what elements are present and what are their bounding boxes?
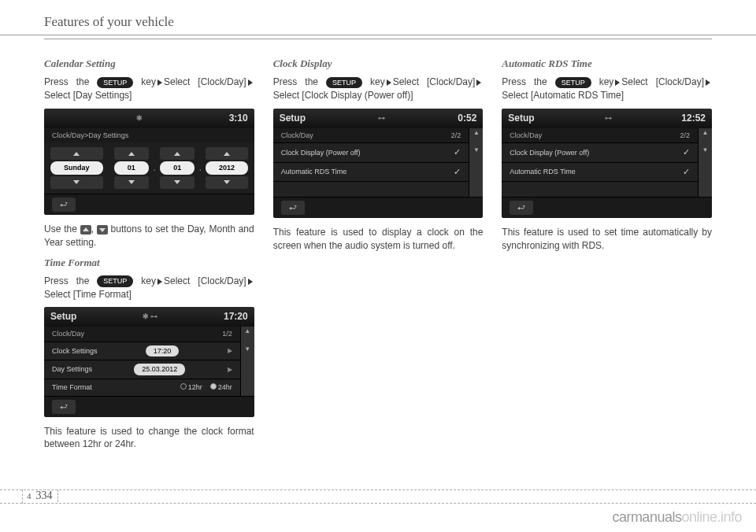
m-up-button[interactable]: [160, 147, 195, 160]
row-label: Clock Settings: [52, 346, 98, 357]
arrow-right-icon: [248, 79, 253, 86]
scr-footer: ⮐: [44, 396, 254, 417]
d-down-button[interactable]: [114, 176, 149, 189]
radio-12hr[interactable]: 12hr: [180, 382, 202, 393]
scr-breadcrumb: Clock/Day>Day Settings: [44, 128, 254, 143]
y-down-button[interactable]: [206, 176, 247, 189]
auto-rds-row[interactable]: Automatic RDS Time ✓: [273, 162, 469, 181]
y-up-button[interactable]: [206, 147, 247, 160]
scr-time: 0:52: [458, 112, 476, 125]
clock-display-row[interactable]: Clock Display (Power off) ✓: [502, 142, 698, 161]
check-icon: ✓: [683, 146, 690, 158]
calendar-after-text: Use the , buttons to set the Day, Month …: [44, 223, 254, 249]
time-format-after-text: This feature is used to change the clock…: [44, 425, 254, 452]
scroll-buttons[interactable]: ▲▼: [469, 128, 483, 197]
time-format-screenshot: Setup ✱ ⊶ 17:20 Clock/Day1/2 Clock Setti…: [44, 307, 254, 416]
txt: Select [Automatic RDS Time]: [502, 90, 624, 101]
radio-label: 24hr: [218, 383, 232, 391]
arrow-right-icon: [248, 279, 253, 285]
dot: .: [199, 161, 202, 175]
d-up-button[interactable]: [114, 147, 149, 160]
wm-a: carmanuals: [612, 509, 681, 525]
scr-sub: Clock/Day2/2: [273, 128, 469, 143]
scr-header: ✱ 3:10: [44, 109, 254, 128]
txt: Press the: [44, 76, 97, 87]
txt: Select [Time Format]: [44, 289, 132, 300]
page-header: Features of your vehicle: [0, 0, 756, 35]
row-label: Automatic RDS Time: [281, 167, 347, 177]
time-format-row[interactable]: Time Format 12hr 24hr: [44, 379, 240, 396]
empty-row: [273, 181, 469, 197]
arrow-right-icon: [158, 279, 162, 285]
txt: Press the: [44, 275, 97, 286]
txt: key: [141, 275, 156, 286]
back-button[interactable]: ⮐: [510, 201, 533, 215]
txt: Select [Day Settings]: [44, 90, 132, 101]
scr-footer: ⮐: [273, 197, 484, 218]
arrow-right-icon: [158, 79, 162, 86]
content-columns: Calendar Setting Press the SETUP keySele…: [0, 39, 756, 457]
arrow-right-icon: [706, 79, 710, 86]
down-arrow-icon: [97, 225, 108, 235]
auto-rds-text: Press the SETUP keySelect [Clock/Day]Sel…: [502, 76, 712, 102]
radio-24hr[interactable]: 24hr: [210, 382, 232, 393]
scr-sub: Clock/Day2/2: [502, 128, 698, 143]
row-label: Clock Display (Power off): [281, 148, 361, 158]
auto-rds-screenshot: Setup ⊶ 12:52 Clock/Day2/2 Clock Display…: [502, 109, 712, 218]
row-label: Automatic RDS Time: [510, 167, 576, 177]
scr-footer: ⮐: [502, 197, 712, 218]
scroll-buttons[interactable]: ▲▼: [698, 128, 712, 197]
check-icon: ✓: [454, 166, 461, 178]
page-num: 334: [36, 490, 53, 502]
day-settings-row[interactable]: Day Settings 25.03.2012 ▶: [44, 360, 240, 379]
scr-header: Setup ⊶ 0:52: [273, 109, 484, 128]
time-format-text: Press the SETUP keySelect [Clock/Day]Sel…: [44, 275, 254, 301]
day-up-button[interactable]: [50, 147, 103, 160]
time-format-title: Time Format: [44, 256, 254, 270]
watermark: carmanualsonline.info: [612, 509, 742, 526]
column-2: Clock Display Press the SETUP keySelect …: [273, 57, 484, 457]
scr-header: Setup ⊶ 12:52: [502, 109, 712, 128]
back-button[interactable]: ⮐: [281, 201, 305, 215]
day-settings-screenshot: ✱ 3:10 Clock/Day>Day Settings Sunday 01 …: [44, 109, 254, 215]
y-value: 2012: [206, 161, 247, 175]
sub-label: Clock/Day: [281, 131, 313, 141]
check-icon: ✓: [683, 166, 690, 178]
back-button[interactable]: ⮐: [52, 400, 76, 414]
arrow-right-icon: [615, 79, 620, 86]
radio-group: 12hr 24hr: [180, 382, 232, 393]
scr-time: 3:10: [229, 112, 248, 125]
dot: .: [153, 161, 155, 175]
page-ind: 2/2: [680, 131, 691, 141]
clock-settings-row[interactable]: Clock Settings 17:20 ▶: [44, 342, 240, 360]
bluetooth-icon: ✱ ⊶: [143, 312, 158, 322]
page-footer-rule: [0, 490, 756, 504]
scr-title: Setup: [280, 112, 306, 125]
scr-time: 12:52: [681, 112, 706, 125]
back-button[interactable]: ⮐: [52, 198, 76, 212]
txt: Use the: [44, 224, 80, 235]
calendar-setting-text: Press the SETUP keySelect [Clock/Day]Sel…: [44, 76, 254, 102]
row-label: Time Format: [52, 382, 92, 393]
m-down-button[interactable]: [160, 176, 195, 189]
d-value: 01: [114, 161, 149, 175]
radio-label: 12hr: [188, 383, 202, 391]
m-value: 01: [160, 161, 195, 175]
scroll-up-button[interactable]: ▲▼: [240, 327, 254, 395]
txt: Select [Clock/Day]: [164, 76, 246, 87]
bluetooth-icon: ✱: [136, 113, 143, 124]
row-label: Clock Display (Power off): [510, 148, 589, 158]
auto-rds-row[interactable]: Automatic RDS Time ✓: [502, 162, 698, 181]
day-down-button[interactable]: [50, 176, 103, 189]
day-value: Sunday: [50, 161, 103, 175]
scr-title: Setup: [508, 112, 534, 125]
txt: ,: [91, 224, 97, 235]
column-3: Automatic RDS Time Press the SETUP keySe…: [502, 57, 712, 457]
clock-display-text: Press the SETUP keySelect [Clock/Day]Sel…: [273, 76, 484, 102]
clock-display-row[interactable]: Clock Display (Power off) ✓: [273, 142, 469, 161]
txt: Press the: [273, 76, 326, 87]
txt: key: [370, 76, 385, 87]
txt: Select [Clock Display (Power off)]: [273, 90, 413, 101]
scr-sub: Clock/Day1/2: [44, 327, 240, 342]
up-arrow-icon: [80, 225, 91, 235]
